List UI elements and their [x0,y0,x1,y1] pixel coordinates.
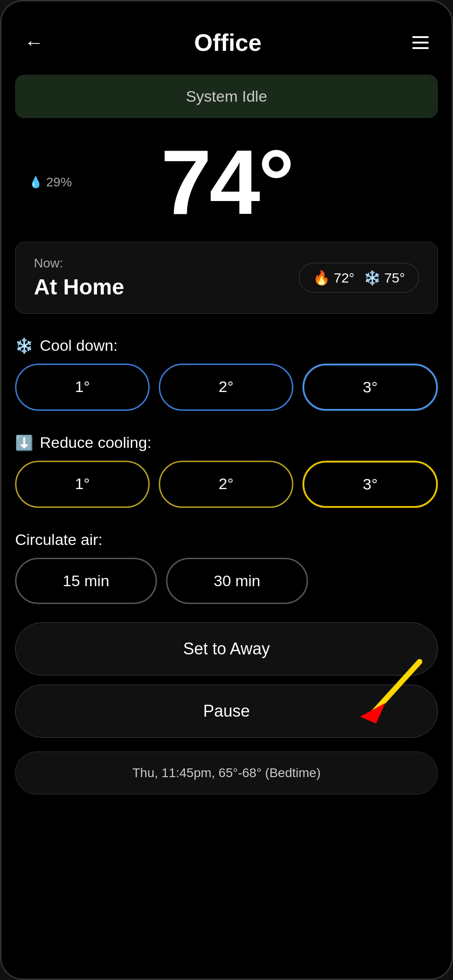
pause-container: Pause [15,685,438,747]
schedule-footer-text: Thu, 11:45pm, 65°-68° (Bedtime) [132,766,320,780]
current-temperature: 74° [161,136,292,228]
temp-controls[interactable]: 🔥 72° ❄️ 75° [299,263,419,293]
header: ← Office [15,1,438,70]
heat-setpoint: 🔥 72° [313,270,354,286]
cool-down-icon: ❄️ [15,337,33,354]
cool-temp-value: 75° [384,270,405,286]
phone-frame: ← Office System Idle 💧 29% 74° Now: At H… [0,0,453,980]
reduce-cooling-1deg[interactable]: 1° [15,461,150,508]
cool-down-header: ❄️ Cool down: [15,337,438,354]
cool-icon: ❄️ [364,270,381,286]
cool-down-1deg[interactable]: 1° [15,364,150,411]
menu-line-1 [412,36,429,38]
cool-down-buttons: 1° 2° 3° [15,364,438,411]
schedule-info: Now: At Home [34,256,124,299]
humidity-value: 29% [46,175,72,190]
reduce-cooling-2deg[interactable]: 2° [159,461,293,508]
schedule-card: Now: At Home 🔥 72° ❄️ 75° [15,242,438,314]
reduce-cooling-header: ⬇️ Reduce cooling: [15,434,438,452]
heat-icon: 🔥 [313,270,330,286]
menu-line-3 [412,47,429,49]
system-status-card: System Idle [15,75,438,118]
cool-down-2deg[interactable]: 2° [159,364,293,411]
reduce-cooling-icon: ⬇️ [15,434,33,452]
circulate-15min[interactable]: 15 min [15,558,157,604]
menu-button[interactable] [412,36,429,49]
system-status-text: System Idle [186,87,267,105]
humidity-icon: 💧 [29,176,43,189]
circulate-air-buttons: 15 min 30 min [15,558,438,604]
set-away-button[interactable]: Set to Away [15,622,438,675]
back-button[interactable]: ← [24,33,43,52]
circulate-air-header: Circulate air: [15,531,438,549]
heat-temp-value: 72° [334,270,354,286]
reduce-cooling-3deg[interactable]: 3° [302,461,438,508]
humidity-display: 💧 29% [29,175,72,190]
cool-setpoint: ❄️ 75° [364,270,405,286]
circulate-30min[interactable]: 30 min [166,558,308,604]
cool-down-title: Cool down: [40,337,118,354]
circulate-air-title: Circulate air: [15,531,102,549]
reduce-cooling-title: Reduce cooling: [40,434,151,452]
reduce-cooling-buttons: 1° 2° 3° [15,461,438,508]
page-title: Office [194,29,261,56]
schedule-label: Now: [34,256,124,271]
schedule-mode: At Home [34,274,124,299]
temperature-section: 💧 29% 74° [15,132,438,242]
schedule-footer[interactable]: Thu, 11:45pm, 65°-68° (Bedtime) [15,751,438,795]
pause-button[interactable]: Pause [15,685,438,738]
menu-line-2 [412,42,429,44]
cool-down-3deg[interactable]: 3° [302,364,438,411]
